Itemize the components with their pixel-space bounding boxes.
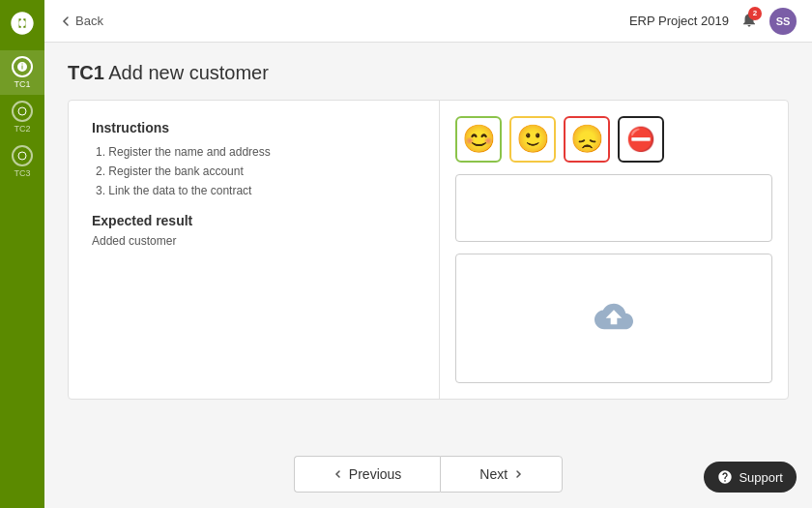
instruction-step-3: 3. Link the data to the contract bbox=[92, 184, 416, 197]
back-label: Back bbox=[75, 14, 103, 28]
notification-badge: 2 bbox=[748, 7, 762, 20]
previous-button[interactable]: Previous bbox=[294, 456, 440, 493]
rating-sad[interactable]: 😞 bbox=[564, 116, 610, 163]
instructions-heading: Instructions bbox=[92, 120, 416, 135]
tc2-icon bbox=[12, 101, 33, 122]
next-chevron-icon bbox=[513, 469, 523, 479]
upload-area[interactable] bbox=[455, 254, 772, 383]
app-logo[interactable] bbox=[7, 8, 38, 39]
rating-happy[interactable]: 😊 bbox=[455, 116, 502, 163]
support-button[interactable]: Support bbox=[704, 462, 797, 493]
main-card: Instructions 1. Register the name and ad… bbox=[68, 100, 789, 400]
sidebar-item-tc1[interactable]: TC1 bbox=[0, 50, 44, 95]
svg-point-0 bbox=[19, 20, 26, 27]
sidebar-item-tc3-label: TC3 bbox=[14, 168, 30, 178]
back-button[interactable]: Back bbox=[60, 14, 103, 28]
topbar-right: ERP Project 2019 2 SS bbox=[629, 8, 797, 35]
happy-emoji: 😊 bbox=[462, 126, 496, 153]
page-content: TC1 Add new customer Instructions 1. Reg… bbox=[44, 43, 812, 440]
topbar: Back ERP Project 2019 2 SS bbox=[44, 0, 812, 43]
rating-row: 😊 🙂 😞 ⛔ bbox=[455, 116, 772, 163]
svg-point-1 bbox=[18, 107, 26, 115]
expected-result-heading: Expected result bbox=[92, 213, 416, 228]
neutral-emoji: 🙂 bbox=[516, 126, 550, 153]
prev-chevron-icon bbox=[334, 469, 343, 479]
instruction-step-1: 1. Register the name and address bbox=[92, 145, 416, 159]
rating-neutral[interactable]: 🙂 bbox=[509, 116, 556, 163]
tc3-icon bbox=[12, 145, 33, 166]
sidebar-item-tc3[interactable]: TC3 bbox=[0, 139, 44, 184]
rating-blocked[interactable]: ⛔ bbox=[618, 116, 664, 163]
upload-icon bbox=[590, 297, 638, 340]
svg-point-2 bbox=[18, 152, 26, 160]
feedback-textarea[interactable] bbox=[455, 174, 772, 242]
page-title: TC1 Add new customer bbox=[68, 62, 789, 84]
instructions-list: 1. Register the name and address 2. Regi… bbox=[92, 145, 416, 197]
sidebar-item-tc2[interactable]: TC2 bbox=[0, 95, 44, 139]
support-label: Support bbox=[739, 470, 783, 485]
notification-bell[interactable]: 2 bbox=[740, 11, 758, 32]
next-button[interactable]: Next bbox=[440, 456, 563, 493]
project-title: ERP Project 2019 bbox=[629, 14, 729, 28]
bottom-navigation: Previous Next bbox=[44, 440, 812, 508]
instruction-step-2: 2. Register the bank account bbox=[92, 164, 416, 178]
expected-result-text: Added customer bbox=[92, 234, 416, 248]
back-icon bbox=[60, 15, 72, 27]
sidebar: TC1 TC2 TC3 bbox=[0, 0, 44, 508]
instructions-panel: Instructions 1. Register the name and ad… bbox=[69, 101, 440, 399]
tc1-icon bbox=[12, 56, 33, 77]
feedback-panel: 😊 🙂 😞 ⛔ bbox=[440, 101, 788, 399]
sad-emoji: 😞 bbox=[570, 126, 604, 153]
main-content: Back ERP Project 2019 2 SS TC1 Add new c… bbox=[44, 0, 812, 508]
support-icon bbox=[717, 469, 733, 485]
blocked-emoji: ⛔ bbox=[626, 128, 655, 151]
user-avatar[interactable]: SS bbox=[769, 8, 797, 35]
sidebar-item-tc2-label: TC2 bbox=[14, 124, 30, 134]
sidebar-item-tc1-label: TC1 bbox=[14, 79, 30, 89]
